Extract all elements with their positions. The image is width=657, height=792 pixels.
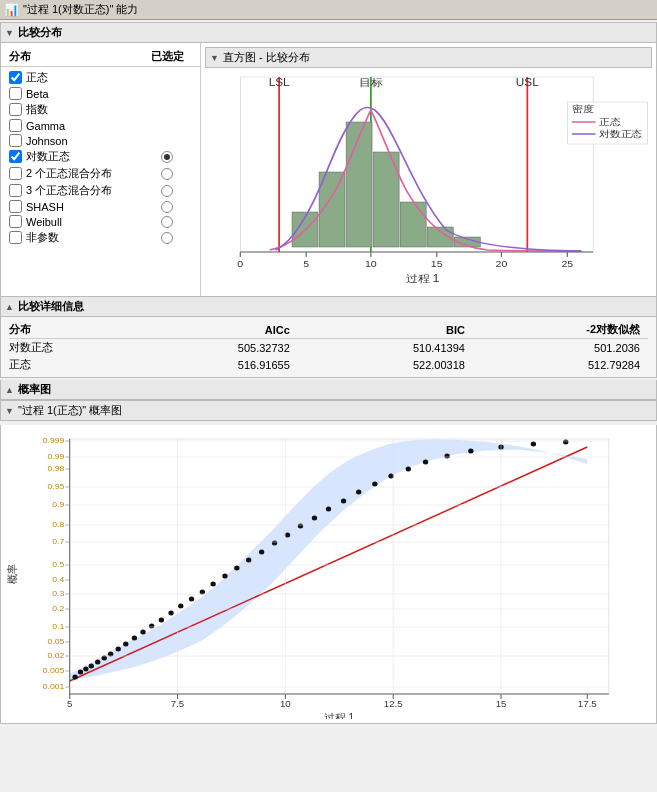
- dist-row: SHASH: [1, 199, 200, 214]
- dist-row: 对数正态: [1, 148, 200, 165]
- svg-text:0.99: 0.99: [48, 451, 65, 461]
- compare-dist-header[interactable]: ▼ 比较分布: [0, 22, 657, 43]
- svg-text:0.05: 0.05: [48, 636, 65, 646]
- svg-text:0.4: 0.4: [52, 574, 64, 584]
- dist-row: Beta: [1, 86, 200, 101]
- dist-name: 对数正态: [26, 149, 70, 164]
- svg-point-49: [168, 611, 173, 616]
- dist-checkbox-1[interactable]: [9, 87, 22, 100]
- dist-radio[interactable]: [161, 216, 173, 228]
- svg-text:目标: 目标: [359, 77, 383, 88]
- col-dist: 分布: [9, 321, 123, 339]
- dist-checkbox-2[interactable]: [9, 103, 22, 116]
- dist-name: 2 个正态混合分布: [26, 166, 112, 181]
- dist-checkbox-4[interactable]: [9, 134, 22, 147]
- svg-text:对数正态: 对数正态: [599, 129, 642, 139]
- dist-checkbox-6[interactable]: [9, 167, 22, 180]
- svg-point-40: [95, 660, 100, 665]
- compare-detail-header[interactable]: ▲ 比较详细信息: [0, 297, 657, 317]
- svg-text:0.1: 0.1: [52, 621, 64, 631]
- dist-name: Beta: [26, 88, 49, 100]
- svg-text:0.005: 0.005: [43, 665, 65, 675]
- detail-bic-0: 510.41394: [298, 339, 473, 357]
- dist-checkbox-8[interactable]: [9, 200, 22, 213]
- dist-radio[interactable]: [161, 201, 173, 213]
- svg-point-60: [298, 524, 303, 529]
- svg-point-58: [272, 541, 277, 546]
- svg-text:USL: USL: [516, 77, 539, 88]
- histogram-chart-area: LSL 目标 USL: [205, 72, 652, 292]
- svg-text:17.5: 17.5: [578, 699, 597, 709]
- svg-point-72: [531, 442, 536, 447]
- dist-radio[interactable]: [161, 232, 173, 244]
- svg-point-50: [178, 604, 183, 609]
- svg-point-70: [468, 449, 473, 454]
- dist-rows: 正态Beta指数GammaJohnson对数正态2 个正态混合分布3 个正态混合…: [1, 69, 200, 246]
- svg-text:0: 0: [237, 259, 243, 269]
- dist-checkbox-3[interactable]: [9, 119, 22, 132]
- svg-point-61: [312, 516, 317, 521]
- svg-text:5: 5: [303, 259, 309, 269]
- prob-chart-svg: 0.999 0.99 0.98 0.95 0.9 0.8 0.7 0.5 0.: [5, 429, 652, 719]
- svg-point-47: [149, 624, 154, 629]
- svg-text:0.8: 0.8: [52, 519, 64, 529]
- compare-dist-panel: 分布 已选定 正态Beta指数GammaJohnson对数正态2 个正态混合分布…: [0, 43, 657, 297]
- title-icon: 📊: [4, 3, 19, 17]
- dist-row: Johnson: [1, 133, 200, 148]
- svg-text:12.5: 12.5: [384, 699, 403, 709]
- prob-collapse-icon: ▲: [5, 385, 14, 395]
- dist-radio[interactable]: [161, 151, 173, 163]
- dist-checkbox-7[interactable]: [9, 184, 22, 197]
- prob-section-header[interactable]: ▲ 概率图: [0, 380, 657, 400]
- dist-checkbox-9[interactable]: [9, 215, 22, 228]
- svg-text:概率: 概率: [6, 564, 17, 583]
- svg-point-53: [210, 582, 215, 587]
- svg-rect-9: [346, 122, 372, 247]
- dist-name: 非参数: [26, 230, 59, 245]
- svg-point-48: [159, 618, 164, 623]
- svg-point-57: [259, 550, 264, 555]
- svg-text:密度: 密度: [572, 104, 594, 114]
- dist-radio[interactable]: [161, 185, 173, 197]
- hist-collapse-icon: ▼: [210, 53, 219, 63]
- dist-checkbox-5[interactable]: [9, 150, 22, 163]
- dist-name: 正态: [26, 70, 48, 85]
- detail-row: 正态 516.91655 522.00318 512.79284: [9, 356, 648, 373]
- svg-text:0.001: 0.001: [43, 681, 65, 691]
- prob-chart-area: 0.999 0.99 0.98 0.95 0.9 0.8 0.7 0.5 0.: [5, 429, 652, 719]
- svg-rect-11: [400, 202, 426, 247]
- prob-chart-title-bar: ▼ "过程 1(正态)" 概率图: [0, 400, 657, 421]
- histogram-title-bar: ▼ 直方图 - 比较分布: [205, 47, 652, 68]
- prob-chart-title: "过程 1(正态)" 概率图: [18, 403, 122, 418]
- svg-text:0.3: 0.3: [52, 588, 64, 598]
- dist-name: 指数: [26, 102, 48, 117]
- svg-point-36: [72, 675, 77, 680]
- dist-checkbox-0[interactable]: [9, 71, 22, 84]
- svg-point-44: [123, 642, 128, 647]
- dist-radio[interactable]: [161, 168, 173, 180]
- dist-row: 非参数: [1, 229, 200, 246]
- dist-name: Gamma: [26, 120, 65, 132]
- svg-point-38: [83, 667, 88, 672]
- collapse-icon: ▼: [5, 28, 14, 38]
- svg-text:0.7: 0.7: [52, 536, 64, 546]
- svg-point-63: [341, 499, 346, 504]
- histogram-col: ▼ 直方图 - 比较分布 LSL 目标 USL: [201, 43, 656, 296]
- svg-point-51: [189, 597, 194, 602]
- svg-text:过程 1: 过程 1: [324, 712, 354, 719]
- dist-checkbox-10[interactable]: [9, 231, 22, 244]
- compare-detail-label: 比较详细信息: [18, 299, 84, 314]
- svg-text:0.95: 0.95: [48, 481, 65, 491]
- dist-row: Gamma: [1, 118, 200, 133]
- svg-point-68: [423, 460, 428, 465]
- svg-point-39: [89, 664, 94, 669]
- detail-ll-0: 501.2036: [473, 339, 648, 357]
- svg-text:10: 10: [280, 699, 291, 709]
- dist-list-header: 分布 已选定: [1, 47, 200, 67]
- svg-point-56: [246, 558, 251, 563]
- dist-name: Weibull: [26, 216, 62, 228]
- dist-row: 3 个正态混合分布: [1, 182, 200, 199]
- svg-point-43: [116, 647, 121, 652]
- dist-row: 指数: [1, 101, 200, 118]
- detail-collapse-icon: ▲: [5, 302, 14, 312]
